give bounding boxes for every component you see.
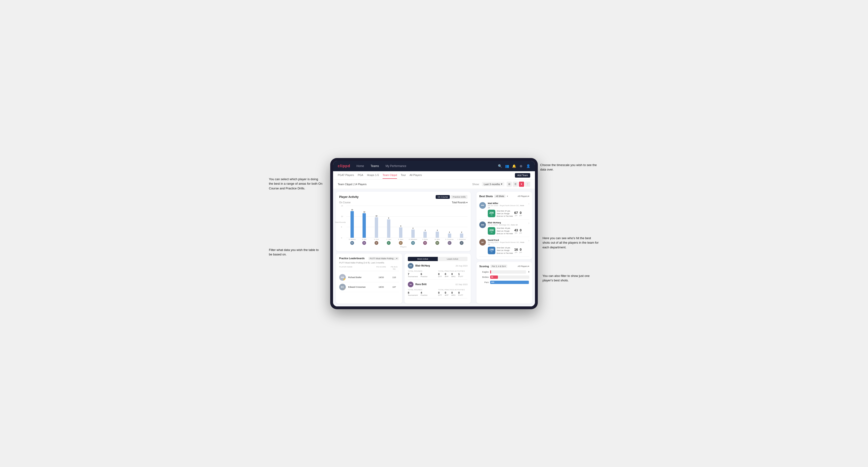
- chart-player-avatar: DF: [375, 241, 378, 245]
- shot-yds: 16 yds: [514, 248, 518, 253]
- shot-details: 200 SG Shot Dist: 67 yds Start Lie: Roug…: [488, 210, 526, 218]
- lb-col-score: PB SCORE: [375, 266, 387, 270]
- chevron-down-icon: ▾: [507, 195, 508, 197]
- heart-icon-btn[interactable]: ♥: [519, 182, 524, 187]
- practice-drills-toggle[interactable]: Practice Drills: [451, 195, 467, 199]
- shot-item[interactable]: BM Blair McHarg 23 Jul 2023 · Ashridge G…: [479, 220, 529, 237]
- nav-link-teams[interactable]: Teams: [369, 163, 380, 168]
- gtt-value: 0: [438, 273, 442, 276]
- putt-stat: 1PUTT: [458, 273, 463, 278]
- most-active-btn[interactable]: Most Active: [408, 257, 438, 261]
- shot-yds-label: yds: [515, 215, 518, 216]
- practice-activities-stats: 0GTT 0APP 0ARG: [438, 273, 468, 278]
- player-pb-avg: 107: [390, 286, 399, 288]
- shot-yds: 43 yds: [514, 228, 518, 234]
- bell-icon[interactable]: 🔔: [512, 164, 516, 168]
- scoring-bar-row: Eagles 3: [479, 270, 529, 274]
- least-active-btn[interactable]: Least Active: [438, 257, 468, 261]
- annotation-left-top: You can select which player is doing the…: [269, 177, 323, 191]
- shot-zero-num: 0: [520, 228, 522, 232]
- nav-link-performance[interactable]: My Performance: [384, 163, 408, 168]
- active-player-block: RB Rees Britt 02 Sep 2023 Total Rounds: [408, 282, 467, 299]
- bar-group: 4: [407, 206, 419, 238]
- on-course-toggle[interactable]: On Course: [436, 195, 450, 199]
- gtt-stat: 0GTT: [438, 273, 442, 278]
- bar-group: 3: [431, 206, 443, 238]
- sub-tab-pgat[interactable]: PGAT Players: [338, 172, 354, 179]
- x-axis-label: E. Ebert: [395, 239, 407, 240]
- shot-info: David Ford 24 Aug 2023 · Royal North Dev…: [488, 239, 526, 254]
- add-team-button[interactable]: Add Team: [515, 173, 530, 178]
- scoring-players-dropdown[interactable]: All Players ▾: [518, 265, 529, 268]
- bar-group: 10: [371, 206, 382, 238]
- shot-zero-num: 0: [520, 248, 522, 251]
- show-label: Show:: [472, 183, 479, 186]
- practice-header: Practice Leaderboards PUTT Must Make Put…: [339, 257, 399, 260]
- time-filter-value: Last 3 months: [484, 183, 500, 186]
- shot-meta: 24 Aug 2023 · Royal North Devon GC, Hole…: [488, 241, 526, 246]
- chart-player-avatar: EC: [448, 241, 452, 245]
- y-axis-label: Total Rounds: [335, 221, 346, 223]
- all-shots-tab[interactable]: All Shots: [494, 195, 505, 198]
- chevron-right-icon: ›: [528, 202, 529, 206]
- app-stat: 0APP: [445, 291, 448, 296]
- app-value: 0: [445, 291, 448, 294]
- sub-tab-all-players[interactable]: All Players: [410, 172, 422, 179]
- list-icon-btn[interactable]: ☰: [513, 182, 518, 187]
- app-stat: 0APP: [445, 273, 448, 278]
- grid-icon-btn[interactable]: ⊞: [507, 182, 512, 187]
- total-rounds-dropdown[interactable]: Total Rounds ▾: [452, 201, 467, 204]
- annotation-top-right: Choose the timescale you wish to see the…: [540, 163, 599, 172]
- lb-row: EC 2 Edward Crossman 18/20 107: [339, 282, 399, 292]
- search-icon[interactable]: 🔍: [498, 164, 502, 168]
- eagles-label: Eagles: [479, 271, 489, 273]
- eagles-bar-fill: [490, 270, 491, 274]
- sub-tab-team-clippd[interactable]: Team Clippd: [382, 172, 397, 179]
- chart-section-header: On Course Total Rounds ▾: [339, 201, 467, 204]
- sub-tab-pga[interactable]: PGA: [358, 172, 363, 179]
- shot-text: Shot Dist: 67 yds Start Lie: Rough End L…: [497, 210, 513, 218]
- x-axis-label: M. Miller: [431, 239, 443, 240]
- practice-dropdown[interactable]: PUTT Must Make Putting ... ▾: [368, 257, 399, 260]
- time-filter-dropdown[interactable]: Last 3 months ▾: [482, 182, 504, 186]
- par-dropdown[interactable]: Par 3, 4 & 5s ▾: [490, 264, 507, 268]
- sg-badge: 198 SG: [488, 247, 495, 254]
- active-player-name: Blair McHarg: [415, 264, 454, 267]
- shot-player-name: Matt Miller: [488, 202, 526, 205]
- shot-item[interactable]: MM Matt Miller 09 Jun 2023 · Royal North…: [479, 200, 529, 220]
- sub-tab-tour[interactable]: Tour: [401, 172, 406, 179]
- settings-icon-btn[interactable]: ⋮: [525, 182, 530, 187]
- player-pb-avg: 110: [390, 276, 399, 279]
- gtt-value: 0: [438, 291, 442, 294]
- user-avatar-icon[interactable]: 👤: [526, 164, 530, 168]
- all-players-dropdown[interactable]: All Players ▾: [518, 195, 529, 197]
- sub-tab-hcaps[interactable]: Hcaps 1-5: [367, 172, 379, 179]
- scoring-bars: Eagles 3 Birdies: [479, 270, 529, 284]
- shot-item[interactable]: DF David Ford 24 Aug 2023 · Royal North …: [479, 237, 529, 257]
- shot-meta: 23 Jul 2023 · Ashridge GC, Hole 15: [488, 224, 526, 226]
- active-stats-grid: Total Rounds 7 Tournament 6: [408, 270, 467, 278]
- chevron-right-icon: ›: [528, 221, 529, 225]
- bar-group: 2: [444, 206, 456, 238]
- nav-link-home[interactable]: Home: [355, 163, 365, 168]
- player-activity-card: Player Activity On Course Practice Drill…: [336, 192, 471, 251]
- shot-zero-label: yds: [519, 215, 522, 216]
- users-icon[interactable]: 👥: [505, 164, 509, 168]
- shot-zero-label: yds: [519, 232, 522, 234]
- bar-group: 13: [346, 206, 358, 238]
- putt-value: 1: [458, 273, 463, 276]
- chart-player-avatar: GB: [411, 241, 415, 245]
- player-pb-score: 18/20: [375, 286, 387, 288]
- team-header-bar: Team Clippd | 14 Players Show: Last 3 mo…: [333, 180, 535, 189]
- player-avatar: RB 1: [339, 274, 346, 281]
- arg-value: 0: [452, 291, 456, 294]
- shot-player-avatar: DF: [479, 239, 486, 246]
- tournament-stat: 7 Tournament: [408, 273, 418, 278]
- plus-circle-icon[interactable]: ⊕: [519, 164, 523, 168]
- x-axis-label: E. Crossman: [444, 239, 456, 240]
- shot-yds: 67 yds: [514, 211, 518, 216]
- scoring-bar-row: Birdies 96: [479, 276, 529, 279]
- chart-player-avatar: MM: [435, 241, 439, 245]
- lb-col-name: PLAYER NAME: [339, 266, 373, 270]
- tournament-value: 8: [408, 291, 418, 294]
